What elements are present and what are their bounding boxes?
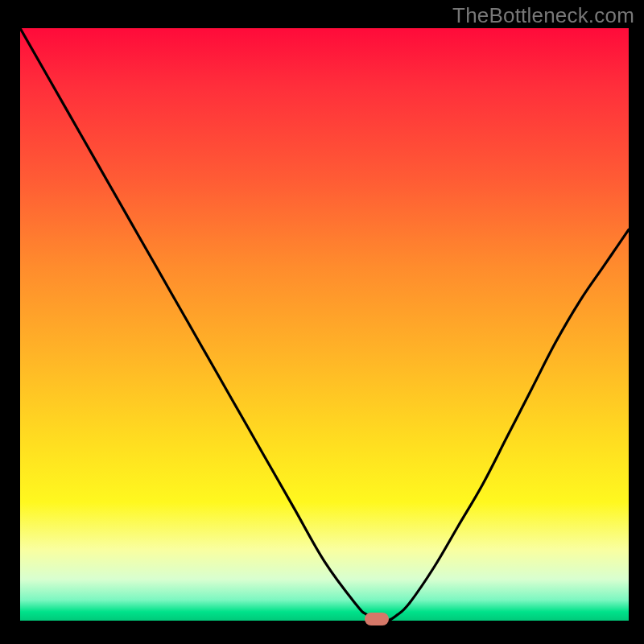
plot-area [20, 28, 629, 621]
bottleneck-curve [20, 28, 629, 621]
watermark-text: TheBottleneck.com [452, 3, 634, 28]
curve-svg [20, 28, 629, 621]
optimal-marker [365, 613, 389, 625]
chart-container: TheBottleneck.com [0, 0, 644, 644]
